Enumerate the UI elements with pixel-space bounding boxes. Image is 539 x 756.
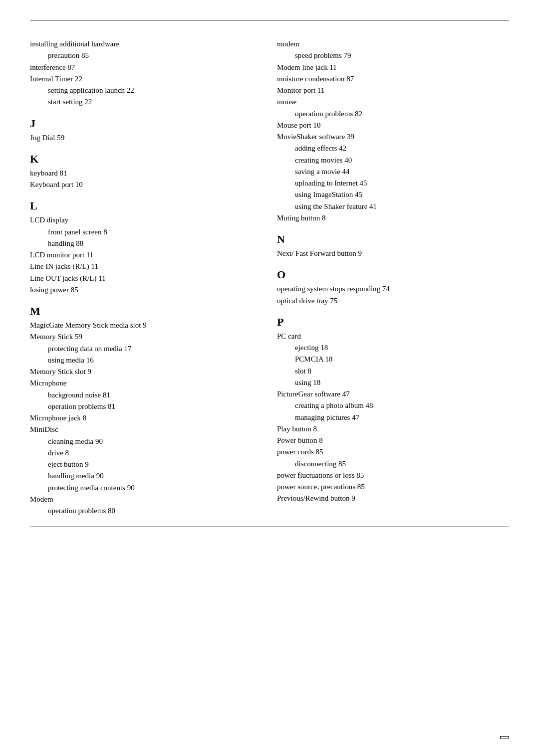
index-entry: operating system stops responding 74 [277,283,509,295]
index-entry: using 18 [277,377,509,388]
index-entry: uploading to Internet 45 [277,178,509,189]
section-letter: O [277,268,509,281]
section-letter: M [30,305,262,318]
index-entry: interference 87 [30,62,262,73]
index-entry: front panel screen 8 [30,226,262,238]
index-entry: Memory Stick slot 9 [30,366,262,378]
right-top-entries: modemspeed problems 79Modem line jack 11… [277,38,509,224]
index-entry: Memory Stick 59 [30,331,262,343]
index-entry: PictureGear software 47 [277,388,509,400]
index-entry: Line IN jacks (R/L) 11 [30,261,262,272]
index-entry: Muting button 8 [277,212,509,224]
footer [500,733,509,741]
index-entry: cleaning media 90 [30,436,262,447]
index-entry: PC card [277,331,509,342]
index-entry: installing additional hardware [30,38,262,50]
left-sections: JJog Dial 59Kkeyboard 81Keyboard port 10… [30,117,262,517]
index-entry: LCD display [30,214,262,226]
index-entry: keyboard 81 [30,168,262,179]
index-entry: MagicGate Memory Stick media slot 9 [30,320,262,331]
index-entry: Power button 8 [277,435,509,446]
index-entry: power fluctuations or loss 85 [277,470,509,481]
index-entry: operation problems 80 [30,505,262,517]
index-entry: Jog Dial 59 [30,132,262,144]
index-entry: Next/ Fast Forward button 9 [277,248,509,259]
section-letter: K [30,153,262,166]
section-letter: L [30,199,262,212]
index-entry: creating movies 40 [277,155,509,166]
right-column: modemspeed problems 79Modem line jack 11… [277,38,509,505]
index-entry: eject button 9 [30,459,262,470]
index-entry: Internal Timer 22 [30,73,262,85]
index-entry: managing pictures 47 [277,412,509,423]
index-entry: modem [277,38,509,50]
index-entry: adding effects 42 [277,143,509,154]
index-entry: start setting 22 [30,96,262,108]
index-entry: using the Shaker feature 41 [277,201,509,212]
index-entry: Microphone [30,378,262,389]
index-entry: setting application launch 22 [30,85,262,96]
index-entry: background noise 81 [30,389,262,401]
index-entry: Modem line jack 11 [277,62,509,73]
index-entry: speed problems 79 [277,50,509,61]
bottom-rule [30,527,509,527]
index-entry: optical drive tray 75 [277,295,509,307]
section-letter: N [277,233,509,246]
left-column: installing additional hardwareprecaution… [30,38,277,517]
index-entry: MiniDisc [30,424,262,435]
section-letter: J [30,117,262,130]
index-entry: using media 16 [30,355,262,366]
index-entry: power source, precautions 85 [277,481,509,493]
index-entry: protecting media contents 90 [30,482,262,494]
index-entry: Play button 8 [277,423,509,435]
page-number [500,736,509,739]
index-entry: power cords 85 [277,446,509,458]
index-entry: disconnecting 85 [277,458,509,470]
index-entry: mouse [277,96,509,108]
index-entry: LCD monitor port 11 [30,249,262,261]
index-entry: slot 8 [277,366,509,377]
index-entry: PCMCIA 18 [277,354,509,365]
index-entry: Line OUT jacks (R/L) 11 [30,273,262,284]
index-entry: ejecting 18 [277,342,509,354]
top-rule [30,20,509,20]
section-letter: P [277,316,509,329]
index-entry: saving a movie 44 [277,166,509,178]
two-column-layout: installing additional hardwareprecaution… [30,38,509,517]
index-entry: Modem [30,494,262,505]
index-entry: moisture condensation 87 [277,73,509,85]
index-entry: protecting data on media 17 [30,343,262,355]
index-entry: MovieShaker software 39 [277,131,509,143]
index-entry: losing power 85 [30,284,262,296]
right-sections: NNext/ Fast Forward button 9Ooperating s… [277,233,509,505]
index-entry: operation problems 82 [277,108,509,120]
index-entry: precaution 85 [30,50,262,61]
page: installing additional hardwareprecaution… [0,0,539,756]
left-top-entries: installing additional hardwareprecaution… [30,38,262,108]
index-entry: using ImageStation 45 [277,189,509,200]
index-entry: Mouse port 10 [277,120,509,131]
index-entry: handling media 90 [30,470,262,482]
index-entry: Keyboard port 10 [30,179,262,190]
index-entry: handling 88 [30,238,262,249]
index-entry: drive 8 [30,447,262,459]
index-entry: Microphone jack 8 [30,412,262,424]
index-entry: creating a photo album 48 [277,400,509,411]
index-entry: Previous/Rewind button 9 [277,493,509,504]
index-entry: operation problems 81 [30,401,262,412]
index-entry: Monitor port 11 [277,85,509,96]
